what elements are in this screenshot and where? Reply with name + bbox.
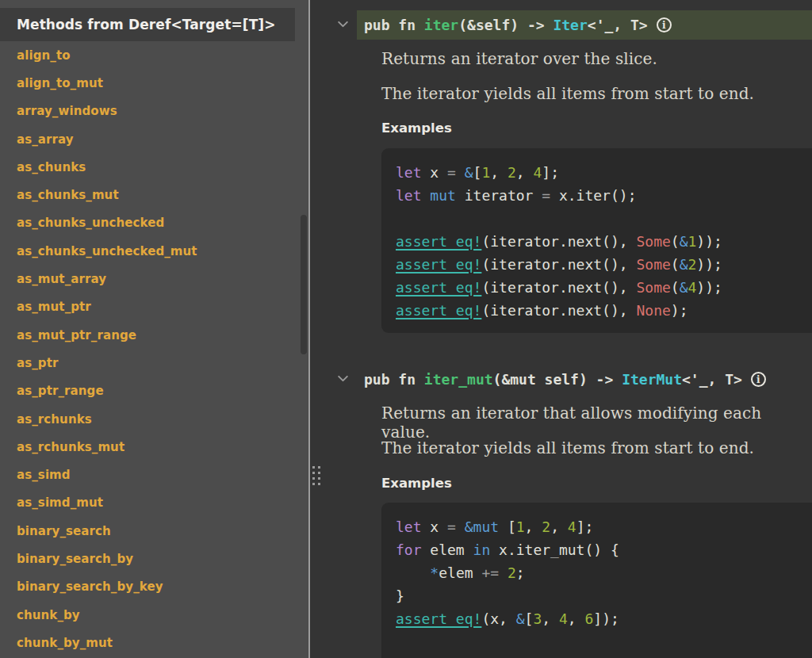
sidebar-item-method[interactable]: as_ptr (0, 349, 295, 377)
chevron-down-icon[interactable] (336, 17, 350, 31)
sidebar-item-method[interactable]: align_to (0, 41, 295, 69)
sidebar-item-method[interactable]: binary_search_by_key (0, 573, 295, 601)
sidebar-item-method[interactable]: as_chunks (0, 153, 295, 181)
sidebar-item-method[interactable]: as_rchunks_mut (0, 433, 295, 461)
method-signature-iter-mut[interactable]: pub fn iter_mut(&mut self) -> IterMut<'_… (357, 365, 812, 394)
info-icon[interactable]: i (751, 372, 766, 387)
sidebar-item-method[interactable]: as_mut_ptr_range (0, 321, 295, 349)
sidebar-item-method[interactable]: binary_search (0, 517, 295, 545)
sidebar-item-method[interactable]: binary_search_by (0, 545, 295, 572)
sidebar-item-method[interactable]: chunk_by (0, 601, 295, 629)
sidebar: Methods from Deref<Target=[T]> align_to … (0, 0, 308, 658)
sidebar-item-method[interactable]: as_simd (0, 461, 295, 488)
doc-paragraph: The iterator yields all items from start… (381, 438, 796, 457)
sidebar-item-method[interactable]: as_chunks_unchecked_mut (0, 237, 295, 265)
method-signature-iter[interactable]: pub fn iter(&self) -> Iter<'_, T> i (357, 10, 812, 40)
examples-heading: Examples (381, 476, 452, 491)
sidebar-method-list: align_to align_to_mut array_windows as_a… (0, 41, 295, 657)
sidebar-item-method[interactable]: as_array (0, 125, 295, 153)
sidebar-item-method[interactable]: as_simd_mut (0, 489, 295, 517)
chevron-down-icon[interactable] (336, 372, 350, 385)
sidebar-section-header: Methods from Deref<Target=[T]> (0, 8, 295, 41)
sidebar-item-method[interactable]: as_mut_array (0, 265, 295, 293)
doc-paragraph: The iterator yields all items from start… (381, 84, 796, 103)
doc-content: pub fn iter(&self) -> Iter<'_, T> i Retu… (310, 0, 812, 658)
signature-text: pub fn iter(&self) -> Iter<'_, T> (364, 17, 648, 33)
code-example-iter-mut: let x = &mut [1, 2, 4];for elem in x.ite… (381, 503, 812, 658)
sidebar-item-method[interactable]: as_chunks_mut (0, 181, 295, 208)
doc-paragraph: Returns an iterator over the slice. (381, 49, 796, 68)
docs-viewer-window: Methods from Deref<Target=[T]> align_to … (0, 0, 812, 658)
sidebar-item-method[interactable]: array_windows (0, 98, 295, 125)
sidebar-item-method[interactable]: chunk_by_mut (0, 629, 295, 656)
sidebar-item-method[interactable]: as_ptr_range (0, 377, 295, 405)
doc-paragraph: Returns an iterator that allows modifyin… (381, 404, 796, 442)
code-example-iter: let x = &[1, 2, 4];let mut iterator = x.… (381, 148, 812, 333)
info-icon[interactable]: i (657, 17, 672, 33)
signature-text: pub fn iter_mut(&mut self) -> IterMut<'_… (364, 371, 742, 388)
sidebar-item-method[interactable]: as_rchunks (0, 405, 295, 433)
sidebar-item-method[interactable]: as_mut_ptr (0, 293, 295, 321)
examples-heading: Examples (381, 121, 452, 136)
sidebar-item-method[interactable]: align_to_mut (0, 69, 295, 97)
sidebar-item-method[interactable]: as_chunks_unchecked (0, 209, 295, 237)
sidebar-scrollbar-thumb[interactable] (301, 215, 307, 354)
